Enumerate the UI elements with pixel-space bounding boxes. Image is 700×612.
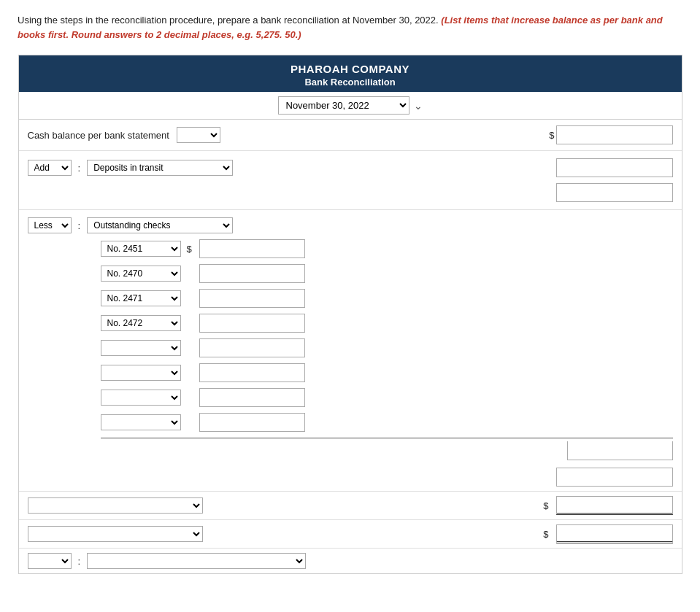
- add-extra-input[interactable]: [556, 183, 673, 202]
- check-2472-row: No. 2472 No. 2451 No. 2470 No. 2471 $: [101, 311, 673, 336]
- bottom-row: Add Less :: [19, 548, 682, 573]
- add-extra-row: [28, 180, 673, 205]
- add-row: Add Less : Deposits in transit: [28, 155, 673, 180]
- check-2472-input[interactable]: [199, 314, 305, 333]
- adjusted-balance-1-row: $: [19, 491, 682, 519]
- date-row: November 30, 2022 ⌄: [19, 92, 682, 120]
- check-extra-3-input[interactable]: [199, 388, 305, 407]
- check-2471-input[interactable]: [199, 289, 305, 308]
- check-2470-input[interactable]: [199, 264, 305, 283]
- company-name: PHAROAH COMPANY: [25, 63, 676, 75]
- add-select[interactable]: Add Less: [28, 160, 72, 176]
- check-extra-3-row: $: [101, 385, 673, 410]
- dollar-sign-adj2: $: [543, 529, 548, 540]
- adjusted-balance-2-input[interactable]: [556, 524, 673, 543]
- post-checks-total-input[interactable]: [556, 468, 673, 487]
- check-extra-2-select[interactable]: No. 2451: [101, 365, 181, 381]
- check-extra-1-select[interactable]: No. 2451 No. 2470 No. 2471 No. 2472: [101, 340, 181, 356]
- adjusted-balance-2-select[interactable]: [28, 526, 203, 542]
- check-2470-row: No. 2470 No. 2451 No. 2471 No. 2472 $: [101, 261, 673, 286]
- check-extra-4-select[interactable]: [101, 414, 181, 430]
- adjusted-balance-2-row: $: [19, 519, 682, 548]
- check-extra-4-input[interactable]: [199, 413, 305, 432]
- bottom-item-select[interactable]: [87, 553, 306, 569]
- less-row: Less Add : Outstanding checks: [28, 214, 673, 236]
- chevron-down-icon: ⌄: [414, 100, 423, 112]
- check-extra-1-row: No. 2451 No. 2470 No. 2471 No. 2472 $: [101, 336, 673, 360]
- cash-balance-label: Cash balance per bank statement: [28, 130, 169, 141]
- checks-subtotal-input[interactable]: [567, 441, 673, 460]
- table-header: PHAROAH COMPANY Bank Reconciliation: [19, 55, 682, 92]
- check-extra-1-input[interactable]: [199, 338, 305, 357]
- main-body: Cash balance per bank statement Add Less…: [19, 120, 682, 573]
- checks-block: No. 2451 No. 2470 No. 2471 No. 2472 $ No…: [28, 236, 673, 463]
- check-2471-select[interactable]: No. 2471 No. 2451 No. 2470 No. 2472: [101, 290, 181, 306]
- check-dollar-2451: $: [187, 244, 192, 255]
- check-2451-row: No. 2451 No. 2470 No. 2471 No. 2472 $: [101, 236, 673, 261]
- deposits-select[interactable]: Deposits in transit: [87, 160, 233, 176]
- instruction-block: Using the steps in the reconciliation pr…: [18, 13, 682, 42]
- check-2472-select[interactable]: No. 2472 No. 2451 No. 2470 No. 2471: [101, 315, 181, 331]
- check-extra-4-row: $: [101, 410, 673, 435]
- cash-balance-dropdown[interactable]: Add Less: [177, 127, 220, 143]
- check-2451-input[interactable]: [199, 239, 305, 258]
- check-2470-select[interactable]: No. 2470 No. 2451 No. 2471 No. 2472: [101, 266, 181, 282]
- check-extra-2-row: No. 2451 $: [101, 360, 673, 385]
- cash-balance-label-cell: Cash balance per bank statement Add Less: [28, 127, 220, 143]
- cash-balance-row: Cash balance per bank statement Add Less…: [19, 120, 682, 151]
- check-extra-2-input[interactable]: [199, 363, 305, 382]
- date-select[interactable]: November 30, 2022: [278, 96, 409, 115]
- check-2471-row: No. 2471 No. 2451 No. 2470 No. 2472 $: [101, 286, 673, 311]
- less-outstanding-group: Less Add : Outstanding checks No. 2451 N…: [19, 209, 682, 463]
- add-deposits-group: Add Less : Deposits in transit: [19, 151, 682, 209]
- instruction-text: Using the steps in the reconciliation pr…: [18, 15, 439, 26]
- outstanding-select[interactable]: Outstanding checks: [87, 217, 233, 233]
- post-checks-total-row: [19, 463, 682, 491]
- bottom-add-less-select[interactable]: Add Less: [28, 553, 72, 569]
- check-extra-3-select[interactable]: [101, 390, 181, 406]
- dollar-sign-1: $: [549, 130, 554, 141]
- checks-subtotal-row: [101, 438, 673, 463]
- cash-balance-input[interactable]: [556, 125, 673, 144]
- reconciliation-table: PHAROAH COMPANY Bank Reconciliation Nove…: [18, 55, 682, 574]
- dollar-sign-adj1: $: [543, 500, 548, 511]
- section-title: Bank Reconciliation: [25, 77, 676, 88]
- deposits-amount-input[interactable]: [556, 158, 673, 177]
- adjusted-balance-1-input[interactable]: [556, 496, 673, 515]
- check-2451-select[interactable]: No. 2451 No. 2470 No. 2471 No. 2472: [101, 241, 181, 257]
- less-select[interactable]: Less Add: [28, 217, 72, 233]
- adjusted-balance-1-select[interactable]: [28, 497, 203, 514]
